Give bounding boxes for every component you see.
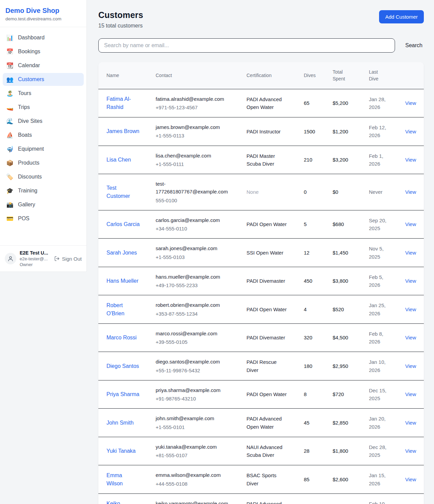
add-customer-button[interactable]: Add Customer: [379, 10, 424, 23]
certification-value: PADI Divemaster: [246, 335, 285, 340]
customer-name-link[interactable]: Priya Sharma: [106, 390, 139, 398]
dives-cell: 320: [303, 323, 332, 352]
last-dive-cell: Jan 15, 2026: [369, 465, 405, 494]
search-button[interactable]: Search: [404, 40, 424, 51]
tours-icon: 🏝️: [6, 91, 14, 96]
certification-cell: PADI Master Scuba Diver: [246, 146, 303, 174]
view-link[interactable]: View: [405, 250, 416, 256]
view-link[interactable]: View: [405, 100, 416, 106]
customer-name-link[interactable]: Lisa Chen: [106, 156, 131, 164]
customer-name-link[interactable]: Carlos Garcia: [106, 220, 140, 228]
view-link[interactable]: View: [405, 278, 416, 284]
total-spent-cell: $5,200: [332, 89, 369, 117]
table-row: James Brown james.brown@example.com +1-5…: [98, 117, 424, 146]
column-header-dives: Dives: [303, 62, 332, 89]
customer-phone: 555-0100: [156, 197, 234, 204]
sidebar-item-tours[interactable]: 🏝️ Tours: [3, 87, 84, 100]
name-cell: Carlos Garcia: [98, 210, 155, 239]
customer-phone: +1-555-0103: [156, 253, 234, 261]
view-link[interactable]: View: [405, 363, 416, 369]
customer-name-link[interactable]: Hans Mueller: [106, 277, 138, 285]
dashboard-icon: 📊: [6, 35, 14, 41]
sidebar-item-equipment[interactable]: 🤿 Equipment: [3, 143, 84, 155]
customers-icon: 👥: [6, 77, 14, 82]
certification-cell: PADI Advanced Open Water: [246, 409, 303, 437]
view-cell: View: [405, 89, 424, 117]
customer-name-link[interactable]: John Smith: [106, 419, 134, 427]
last-dive-value: Sep 20, 2025: [369, 218, 387, 231]
dives-value: 65: [304, 100, 310, 106]
boats-icon: ⛵: [6, 132, 14, 138]
customer-name-link[interactable]: Robert O'Brien: [106, 301, 140, 318]
sidebar-item-dashboard[interactable]: 📊 Dashboard: [3, 31, 84, 44]
view-cell: View: [405, 210, 424, 239]
view-link[interactable]: View: [405, 335, 416, 340]
sidebar-item-bookings[interactable]: 📅 Bookings: [3, 45, 84, 58]
sidebar-item-pos[interactable]: 💳 POS: [3, 212, 84, 225]
customer-email: john.smith@example.com: [156, 414, 234, 422]
sign-out-button[interactable]: Sign Out: [54, 256, 82, 262]
dives-cell: 45: [303, 409, 332, 437]
view-link[interactable]: View: [405, 477, 416, 482]
sidebar-item-dive-sites[interactable]: 🌊 Dive Sites: [3, 115, 84, 128]
view-link[interactable]: View: [405, 391, 416, 397]
page-title: Customers: [98, 10, 143, 20]
certification-value: PADI Rescue Diver: [246, 359, 277, 373]
view-link[interactable]: View: [405, 448, 416, 454]
contact-cell: john.smith@example.com +1-555-0101: [155, 409, 246, 437]
contact-cell: carlos.garcia@example.com +34-555-0110: [155, 210, 246, 239]
customer-phone: +81-555-0107: [156, 451, 234, 459]
view-link[interactable]: View: [405, 306, 416, 312]
sidebar-item-products[interactable]: 📦 Products: [3, 156, 84, 169]
dives-value: 5: [304, 221, 307, 227]
view-cell: View: [405, 437, 424, 465]
customer-name-link[interactable]: Fatima Al-Rashid: [106, 95, 140, 111]
customer-name-link[interactable]: Emma Wilson: [106, 471, 140, 488]
person-icon: [7, 256, 14, 262]
column-header-certification: Certification: [246, 62, 303, 89]
main-content: Customers 15 total customers Add Custome…: [87, 0, 434, 504]
view-link[interactable]: View: [405, 157, 416, 163]
sidebar-item-trips[interactable]: 🚤 Trips: [3, 101, 84, 114]
customer-name-link[interactable]: Sarah Jones: [106, 249, 137, 257]
customer-phone: +1-555-0101: [156, 423, 234, 431]
view-link[interactable]: View: [405, 420, 416, 426]
customer-name-link[interactable]: Yuki Tanaka: [106, 447, 136, 455]
dives-cell: 180: [303, 352, 332, 380]
dives-value: 450: [304, 278, 312, 284]
name-cell: Sarah Jones: [98, 239, 155, 267]
contact-cell: keiko.yamamoto@example.com +81-90-1234-5…: [155, 493, 246, 504]
name-cell: Test Customer: [98, 174, 155, 210]
customer-email: keiko.yamamoto@example.com: [156, 500, 234, 504]
sidebar-item-gallery[interactable]: 📸 Gallery: [3, 198, 84, 211]
total-spent-value: $5,200: [333, 100, 348, 106]
contact-cell: marco.rossi@example.com +39-555-0105: [155, 323, 246, 352]
contact-cell: fatima.alrashid@example.com +971-55-123-…: [155, 89, 246, 117]
certification-cell: SSI Open Water: [246, 239, 303, 267]
view-link[interactable]: View: [405, 189, 416, 195]
customer-name-link[interactable]: James Brown: [106, 127, 139, 135]
customer-phone: +1-555-0113: [156, 132, 234, 139]
view-link[interactable]: View: [405, 221, 416, 227]
last-dive-cell: Never: [369, 174, 405, 210]
sidebar-item-customers[interactable]: 👥 Customers: [3, 73, 84, 86]
sidebar-item-calendar[interactable]: 📆 Calendar: [3, 59, 84, 72]
view-cell: View: [405, 239, 424, 267]
customer-name-link[interactable]: Diego Santos: [106, 362, 139, 370]
customer-name-link[interactable]: Test Customer: [106, 184, 140, 200]
dives-cell: 85: [303, 465, 332, 494]
view-link[interactable]: View: [405, 129, 416, 134]
customer-name-link[interactable]: Keiko Yamamoto: [106, 500, 140, 504]
certification-value: PADI Open Water: [246, 391, 287, 397]
search-input[interactable]: [98, 38, 395, 53]
contact-cell: james.brown@example.com +1-555-0113: [155, 117, 246, 146]
sidebar-item-discounts[interactable]: 🏷️ Discounts: [3, 170, 84, 183]
sidebar-item-boats[interactable]: ⛵ Boats: [3, 129, 84, 142]
sidebar-item-training[interactable]: 🎓 Training: [3, 184, 84, 197]
view-cell: View: [405, 267, 424, 295]
total-spent-cell: $0: [332, 174, 369, 210]
customer-name-link[interactable]: Marco Rossi: [106, 334, 137, 342]
last-dive-value: Jan 28, 2026: [369, 96, 386, 110]
sidebar-item-label: POS: [18, 216, 29, 222]
last-dive-value: Jan 10, 2026: [369, 359, 386, 373]
